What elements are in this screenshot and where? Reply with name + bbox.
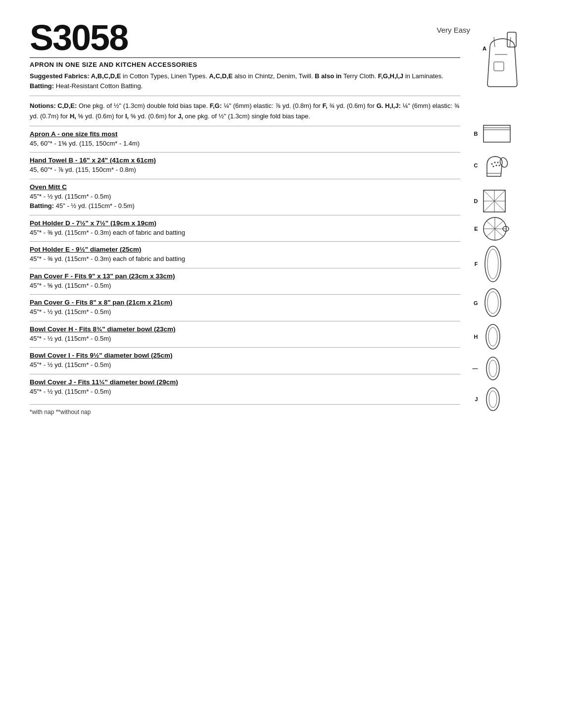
svg-point-13 [493, 166, 494, 167]
pancover-f-illustration [482, 244, 504, 284]
footer-note: *with nap **without nap [30, 404, 460, 416]
item-e-title: Pot Holder E - 9½" diameter (25cm) [30, 246, 460, 253]
sidebar-bowlcover-i: — [470, 355, 504, 382]
svg-point-35 [489, 360, 497, 377]
item-c-title: Oven Mitt C [30, 183, 460, 191]
item-f: Pan Cover F - Fits 9" x 13" pan (23cm x … [30, 268, 460, 291]
item-j: Bowl Cover J - Fits 11¼" diameter bowl (… [30, 374, 460, 397]
item-c: Oven Mitt C 45"* - ½ yd. (115cm* - 0.5m)… [30, 179, 460, 211]
sidebar-potholder-d: D [470, 189, 507, 213]
sidebar-apron-a: A [470, 30, 525, 89]
item-j-title: Bowl Cover J - Fits 11¼" diameter bowl (… [30, 378, 460, 386]
pancover-g-illustration [482, 287, 504, 319]
item-g: Pan Cover G - Fits 8" x 8" pan (21cm x 2… [30, 294, 460, 317]
sidebar-towel-b: B [470, 124, 512, 144]
svg-point-36 [486, 388, 499, 411]
item-i: Bowl Cover I - Fits 9½" diameter bowl (2… [30, 347, 460, 370]
item-g-title: Pan Cover G - Fits 8" x 8" pan (21cm x 2… [30, 299, 460, 306]
item-d: Pot Holder D - 7½" x 7½" (19cm x 19cm) 4… [30, 215, 460, 238]
item-d-title: Pot Holder D - 7½" x 7½" (19cm x 19cm) [30, 219, 460, 227]
sidebar-bowlcover-h: H [470, 322, 504, 352]
item-b-title: Hand Towel B - 16" x 24" (41cm x 61cm) [30, 156, 460, 164]
suggested-fabrics: Suggested Fabrics: A,B,C,D,E in Cotton T… [30, 71, 460, 91]
divider-1 [30, 96, 460, 96]
item-d-detail1: 45"* - ⅜ yd. (115cm* - 0.3m) each of fab… [30, 228, 460, 238]
potholder-e-illustration [482, 216, 509, 241]
item-e: Pot Holder E - 9½" diameter (25cm) 45"* … [30, 241, 460, 264]
bowlcover-i-illustration [482, 355, 504, 382]
difficulty-label: Very Easy [436, 26, 470, 34]
potholder-d-illustration [482, 189, 507, 213]
sidebar-bowlcover-j: J [470, 385, 504, 413]
svg-point-31 [487, 292, 498, 313]
svg-line-1 [494, 37, 495, 47]
item-f-detail1: 45"* - ⅝ yd. (115cm* - 0.5m) [30, 281, 460, 291]
item-j-detail1: 45"* - ½ yd. (115cm* - 0.5m) [30, 387, 460, 397]
mitt-c-illustration [482, 152, 509, 179]
svg-point-15 [497, 162, 499, 163]
svg-line-2 [510, 37, 511, 47]
bowlcover-j-illustration [482, 385, 504, 413]
sidebar-illustrations: A B C [470, 20, 549, 416]
sidebar-pancover-g: G [470, 287, 504, 319]
item-e-detail1: 45"* - ⅜ yd. (115cm* - 0.3m) each of fab… [30, 254, 460, 264]
svg-point-16 [499, 165, 500, 166]
item-i-title: Bowl Cover I - Fits 9½" diameter bowl (2… [30, 352, 460, 359]
svg-point-12 [494, 162, 496, 163]
sidebar-pancover-f: F [470, 244, 504, 284]
towel-b-illustration [482, 124, 512, 144]
svg-point-32 [486, 324, 500, 349]
item-a-detail1: 45, 60"* - 1⅝ yd. (115, 150cm* - 1.4m) [30, 139, 460, 149]
pattern-number: S3058 [30, 20, 460, 55]
item-h: Bowl Cover H - Fits 8¾" diameter bowl (2… [30, 321, 460, 344]
item-a: Apron A - one size fits most 45, 60"* - … [30, 126, 460, 149]
sidebar-potholder-e: E [470, 216, 509, 241]
item-h-detail1: 45"* - ½ yd. (115cm* - 0.5m) [30, 334, 460, 344]
svg-point-29 [487, 249, 498, 279]
svg-text:A: A [482, 46, 486, 52]
svg-point-34 [486, 357, 499, 380]
svg-point-14 [496, 165, 497, 166]
bowlcover-h-illustration [482, 322, 504, 352]
item-b: Hand Towel B - 16" x 24" (41cm x 61cm) 4… [30, 152, 460, 175]
svg-point-33 [488, 327, 497, 346]
pattern-title: APRON IN ONE SIZE AND KITCHEN ACCESSORIE… [30, 61, 460, 68]
item-i-detail1: 45"* - ½ yd. (115cm* - 0.5m) [30, 360, 460, 370]
item-h-title: Bowl Cover H - Fits 8¾" diameter bowl (2… [30, 325, 460, 333]
item-g-detail1: 45"* - ½ yd. (115cm* - 0.5m) [30, 307, 460, 317]
svg-rect-3 [494, 62, 504, 71]
item-b-detail1: 45, 60"* - ⅞ yd. (115, 150cm* - 0.8m) [30, 165, 460, 175]
apron-a-illustration: A [480, 30, 525, 89]
item-c-detail1: 45"* - ½ yd. (115cm* - 0.5m) [30, 192, 460, 202]
notions-section: Notions: C,D,E: One pkg. of ½" (1.3cm) d… [30, 101, 460, 122]
item-a-title: Apron A - one size fits most [30, 130, 460, 138]
item-c-detail2: Batting: 45" - ½ yd. (115cm* - 0.5m) [30, 201, 460, 211]
sidebar-mitt-c: C [470, 152, 512, 179]
item-f-title: Pan Cover F - Fits 9" x 13" pan (23cm x … [30, 272, 460, 280]
svg-point-11 [491, 163, 493, 165]
svg-point-37 [489, 391, 497, 408]
